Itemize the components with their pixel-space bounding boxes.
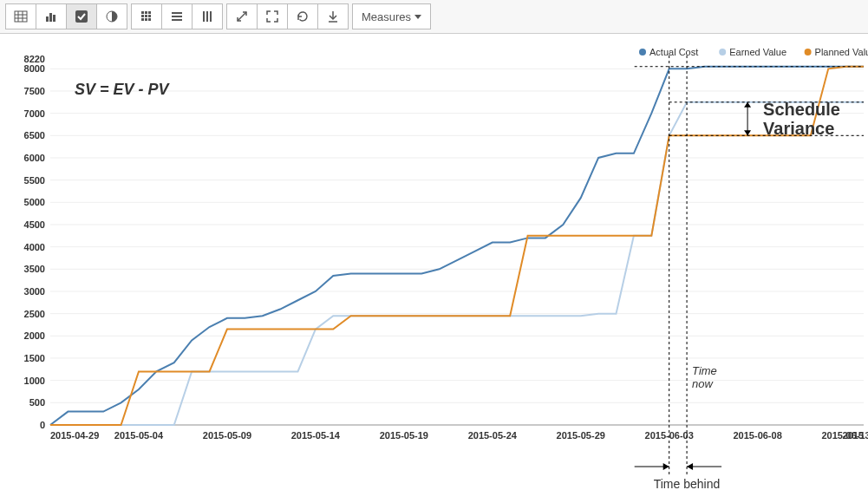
svg-text:0: 0 <box>40 420 45 430</box>
svg-text:2015-05-19: 2015-05-19 <box>380 430 428 441</box>
measures-group: Measures <box>352 3 431 29</box>
svg-text:Earned Value: Earned Value <box>729 47 786 57</box>
svg-text:5000: 5000 <box>24 197 45 207</box>
svg-text:Actual Cost: Actual Cost <box>649 47 698 57</box>
svg-rect-7 <box>53 15 55 22</box>
list-button[interactable] <box>162 3 193 29</box>
svg-text:8220: 8220 <box>24 54 45 64</box>
svg-text:500: 500 <box>29 397 45 408</box>
svg-point-77 <box>719 49 726 56</box>
svg-marker-90 <box>663 463 669 470</box>
measures-label: Measures <box>362 10 411 23</box>
columns-button[interactable] <box>193 3 223 29</box>
svg-text:2015-05-24: 2015-05-24 <box>468 430 518 441</box>
grid-button[interactable] <box>131 3 162 29</box>
svg-rect-12 <box>148 11 151 14</box>
chart-area: 0500100015002000250030003500400045005000… <box>0 33 868 503</box>
bar-chart-button[interactable] <box>36 3 67 29</box>
svg-text:7000: 7000 <box>24 108 45 119</box>
svg-text:1500: 1500 <box>24 353 45 363</box>
fullscreen-button[interactable] <box>258 3 288 29</box>
check-button[interactable] <box>67 3 97 29</box>
svg-text:6000: 6000 <box>24 153 45 163</box>
svg-rect-23 <box>206 11 208 22</box>
toolbar: Measures <box>0 0 868 34</box>
svg-rect-6 <box>49 13 52 22</box>
svg-rect-13 <box>141 15 144 17</box>
svg-rect-16 <box>141 18 144 21</box>
svg-text:4000: 4000 <box>24 242 45 252</box>
svg-text:6500: 6500 <box>24 130 45 140</box>
svg-text:2015: 2015 <box>843 430 864 441</box>
download-button[interactable] <box>318 3 349 29</box>
svg-text:2500: 2500 <box>24 309 45 319</box>
svg-text:2015-05-29: 2015-05-29 <box>557 430 605 441</box>
svg-text:Planned Value: Planned Value <box>815 47 868 57</box>
svg-point-75 <box>639 49 646 56</box>
svg-point-79 <box>805 49 812 56</box>
svg-text:2015-05-04: 2015-05-04 <box>114 430 164 441</box>
time-now-label: Time now <box>692 364 717 390</box>
line-chart: 0500100015002000250030003500400045005000… <box>0 33 868 503</box>
time-behind-label: Time behind <box>654 477 721 491</box>
refresh-button[interactable] <box>288 3 318 29</box>
contrast-button[interactable] <box>97 3 127 29</box>
view-mode-group <box>5 3 127 29</box>
svg-rect-8 <box>75 10 88 23</box>
svg-text:4500: 4500 <box>24 219 45 230</box>
svg-text:7500: 7500 <box>24 86 45 96</box>
svg-text:3000: 3000 <box>24 286 45 297</box>
svg-text:2015-04-29: 2015-04-29 <box>50 430 99 441</box>
formula-annotation: SV = EV - PV <box>75 81 169 99</box>
svg-rect-24 <box>210 11 212 22</box>
svg-rect-22 <box>203 11 205 22</box>
svg-text:5500: 5500 <box>24 175 45 186</box>
svg-rect-18 <box>148 18 151 21</box>
svg-rect-10 <box>141 11 144 14</box>
svg-marker-92 <box>687 463 693 470</box>
table-view-button[interactable] <box>5 3 36 29</box>
svg-text:2015-06-08: 2015-06-08 <box>734 430 782 441</box>
svg-rect-14 <box>145 15 147 17</box>
svg-rect-17 <box>145 18 147 21</box>
chevron-down-icon <box>414 15 421 19</box>
measures-dropdown[interactable]: Measures <box>352 3 431 29</box>
layout-group <box>131 3 223 29</box>
svg-text:1000: 1000 <box>24 376 45 386</box>
svg-text:2015-05-09: 2015-05-09 <box>203 430 251 441</box>
actions-group <box>226 3 349 29</box>
svg-rect-15 <box>148 15 151 17</box>
svg-text:8000: 8000 <box>24 63 45 74</box>
svg-text:2000: 2000 <box>24 330 45 341</box>
svg-rect-11 <box>145 11 147 14</box>
svg-text:2015-05-14: 2015-05-14 <box>291 430 341 441</box>
svg-line-25 <box>238 12 246 21</box>
expand-button[interactable] <box>226 3 258 29</box>
svg-rect-0 <box>15 11 27 22</box>
schedule-variance-label: Schedule Variance <box>763 100 840 138</box>
svg-rect-5 <box>46 16 49 22</box>
svg-text:3500: 3500 <box>24 264 45 274</box>
